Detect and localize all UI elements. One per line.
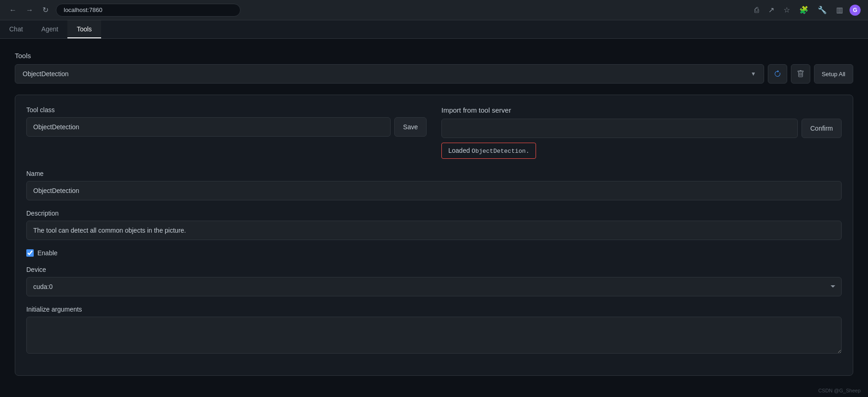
description-field-row: Description <box>26 210 842 240</box>
screenshot-icon[interactable]: ⎙ <box>752 4 762 16</box>
browser-actions: ⎙ ↗ ☆ 🧩 🔧 ▥ G <box>752 4 861 16</box>
back-button[interactable]: ← <box>7 4 18 16</box>
import-label: Import from tool server <box>441 106 842 114</box>
bookmark-icon[interactable]: ☆ <box>781 4 793 16</box>
name-label: Name <box>26 170 842 177</box>
sidebar-icon[interactable]: ▥ <box>833 4 846 16</box>
name-field-row: Name <box>26 170 842 200</box>
tool-class-label: Tool class <box>26 106 427 114</box>
setup-all-button[interactable]: Setup All <box>814 64 853 84</box>
share-icon[interactable]: ↗ <box>766 4 777 16</box>
forward-button[interactable]: → <box>24 4 35 16</box>
chevron-down-icon: ▼ <box>751 71 756 77</box>
device-label: Device <box>26 266 842 273</box>
device-select[interactable]: cuda:0 cpu cuda:1 <box>26 277 842 296</box>
init-args-textarea[interactable] <box>26 317 842 354</box>
tab-bar: Chat Agent Tools <box>0 20 868 39</box>
tool-dropdown-value: ObjectDetection <box>23 70 69 78</box>
avatar[interactable]: G <box>850 5 861 16</box>
loaded-code: ObjectDetection. <box>472 148 530 155</box>
main-content: Tools ObjectDetection ▼ Setup All Tool <box>0 39 868 397</box>
import-section: Import from tool server Confirm Loaded O… <box>441 106 842 159</box>
tool-dropdown[interactable]: ObjectDetection ▼ <box>15 64 764 84</box>
enable-label[interactable]: Enable <box>37 249 58 257</box>
tab-chat[interactable]: Chat <box>0 20 32 38</box>
loaded-text: Loaded <box>448 147 472 154</box>
main-panel: Tool class Save Import from tool server … <box>15 95 853 376</box>
enable-checkbox[interactable] <box>26 249 34 257</box>
description-input[interactable] <box>26 221 842 240</box>
watermark: CSDN @G_Sheep <box>818 388 861 393</box>
loaded-badge: Loaded ObjectDetection. <box>441 143 536 159</box>
two-col-layout: Tool class Save Import from tool server … <box>26 106 842 159</box>
device-field-row: Device cuda:0 cpu cuda:1 <box>26 266 842 296</box>
extensions-icon[interactable]: 🧩 <box>796 4 811 16</box>
tool-selector-row: ObjectDetection ▼ Setup All <box>15 64 853 84</box>
address-bar[interactable]: localhost:7860 <box>56 4 241 17</box>
enable-row: Enable <box>26 249 842 257</box>
tool-class-input[interactable] <box>26 117 391 137</box>
name-input[interactable] <box>26 181 842 200</box>
browser-chrome: ← → ↻ localhost:7860 ⎙ ↗ ☆ 🧩 🔧 ▥ G <box>0 0 868 20</box>
tools-section-label: Tools <box>15 52 853 60</box>
import-input[interactable] <box>441 119 798 138</box>
refresh-tool-button[interactable] <box>768 64 787 84</box>
refresh-button[interactable]: ↻ <box>41 4 50 16</box>
tool-class-section: Tool class Save <box>26 106 427 159</box>
delete-tool-button[interactable] <box>791 64 810 84</box>
tab-agent[interactable]: Agent <box>32 20 68 38</box>
import-input-row: Confirm <box>441 119 842 138</box>
save-button[interactable]: Save <box>394 117 427 137</box>
tab-tools[interactable]: Tools <box>67 20 101 38</box>
init-args-label: Initialize arguments <box>26 306 842 313</box>
refresh-icon <box>774 70 781 78</box>
description-label: Description <box>26 210 842 217</box>
confirm-button[interactable]: Confirm <box>802 119 842 138</box>
init-args-field-row: Initialize arguments <box>26 306 842 355</box>
puzzle-icon[interactable]: 🔧 <box>815 4 830 16</box>
trash-icon <box>797 70 804 78</box>
tool-class-input-row: Save <box>26 117 427 137</box>
